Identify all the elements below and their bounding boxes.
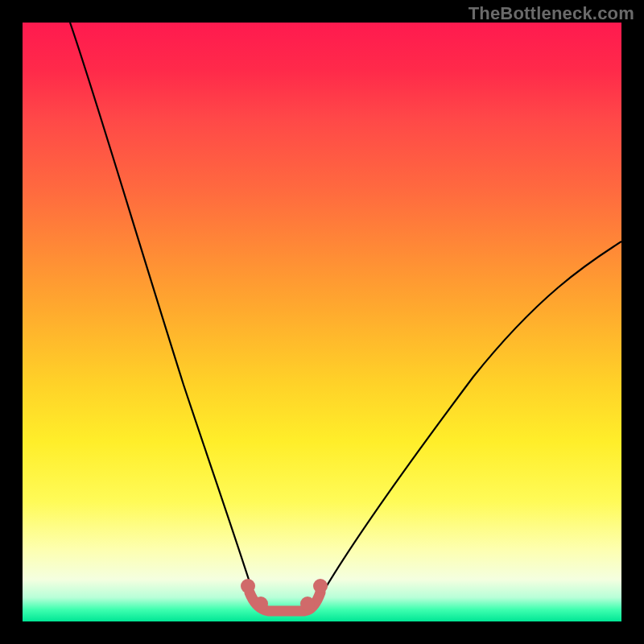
marker-dot [313,579,328,593]
curve-layer [23,23,621,621]
plot-area [23,23,621,621]
marker-dot [300,597,315,611]
left-curve [70,23,256,602]
marker-dot [241,579,255,593]
right-curve [317,242,621,602]
marker-dot [254,597,268,611]
watermark-text: TheBottleneck.com [469,3,634,24]
chart-frame: TheBottleneck.com [0,0,644,644]
